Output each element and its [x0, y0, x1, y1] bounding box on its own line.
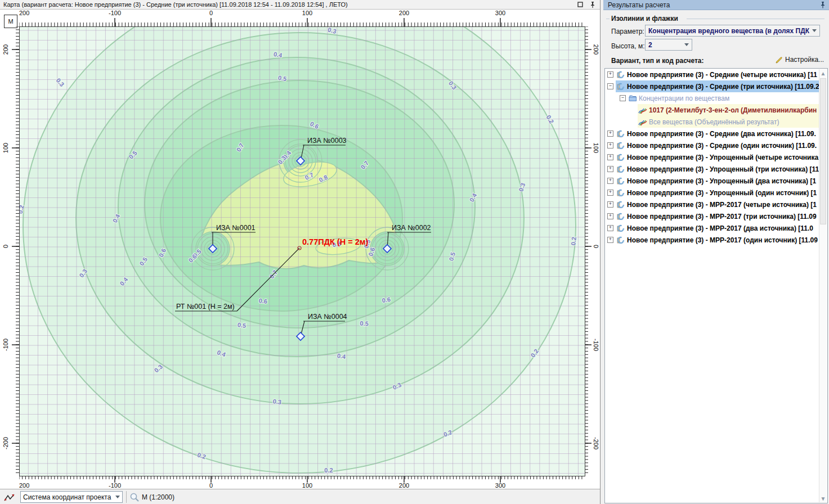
tree-item-label: Все вещества (Объединённый результат): [649, 118, 779, 126]
y-tick-label: -200: [2, 437, 9, 449]
x-tick-label: 100: [302, 482, 312, 489]
tree-item-band[interactable]: Новое предприятие (3) - Упрощенный (четы…: [616, 151, 819, 163]
app-root: Карта (вариант расчета: Новое предприяти…: [0, 0, 829, 504]
contour-map[interactable]: 0.30.20.30.40.40.50.60.50.40.30.50.60.70…: [20, 27, 585, 476]
param-label: Параметр:: [611, 28, 644, 35]
x-axis-labels-top: 200-1000100200300: [19, 10, 584, 17]
tree-scrollbar[interactable]: ▲ ▼: [819, 69, 827, 502]
tree-item-band[interactable]: Новое предприятие (3) - Средние (три ист…: [616, 80, 819, 92]
variant-icon: [616, 188, 625, 197]
tree-item[interactable]: +Новое предприятие (3) - МРР-2017 (два и…: [605, 222, 827, 234]
tree-item[interactable]: +Новое предприятие (3) - Средние (четыре…: [605, 69, 827, 80]
tree-item-band[interactable]: Новое предприятие (3) - МРР-2017 (четыре…: [616, 199, 819, 210]
expand-icon[interactable]: +: [607, 178, 613, 184]
tree-item-label: Новое предприятие (3) - МРР-2017 (три ис…: [627, 213, 817, 220]
tree-item[interactable]: +Новое предприятие (3) - МРР-2017 (четыр…: [605, 199, 827, 210]
expand-icon[interactable]: +: [607, 130, 613, 137]
x-tick-label: 200: [399, 482, 409, 489]
tree-item[interactable]: +Новое предприятие (3) - Средние (два ис…: [605, 128, 827, 140]
x-tick-label: 200: [19, 10, 29, 16]
x-tick-label: 0: [209, 10, 213, 16]
x-tick-label: 200: [19, 482, 29, 489]
coord-system-select[interactable]: Система координат проекта: [20, 491, 123, 503]
tree-item-label: Новое предприятие (3) - МРР-2017 (два ис…: [627, 224, 813, 232]
expand-icon[interactable]: +: [607, 237, 613, 243]
tree-item[interactable]: −Новое предприятие (3) - Средние (три ис…: [605, 80, 827, 92]
svg-text:0.5: 0.5: [360, 320, 369, 327]
expand-icon[interactable]: +: [607, 166, 613, 172]
tree-item-band[interactable]: Новое предприятие (3) - Средние (один ис…: [616, 140, 819, 151]
tree-item-label: Новое предприятие (3) - МРР-2017 (один и…: [627, 236, 818, 244]
variant-icon: [616, 224, 625, 233]
tree-item[interactable]: +Новое предприятие (3) - МРР-2017 (один …: [605, 234, 827, 246]
param-value: Концентрация вредного вещества (в долях …: [648, 27, 809, 35]
tree-item[interactable]: +Новое предприятие (3) - Упрощенный (три…: [605, 163, 827, 175]
expand-icon[interactable]: +: [607, 225, 613, 231]
y-tick-label: 0: [2, 245, 9, 248]
y-tick-label: 200: [593, 44, 599, 55]
y-tick-label: -200: [593, 437, 599, 449]
param-select[interactable]: Концентрация вредного вещества (в долях …: [645, 25, 820, 37]
expand-icon[interactable]: +: [607, 213, 613, 219]
scroll-thumb[interactable]: [820, 78, 826, 224]
tree-item[interactable]: −Концентрации по веществам: [605, 92, 827, 104]
tree-item[interactable]: Все вещества (Объединённый результат): [605, 116, 827, 128]
settings-link-label: Настройка...: [785, 56, 824, 64]
tree-item-band[interactable]: Новое предприятие (3) - Средние (четыре …: [616, 69, 819, 80]
height-select[interactable]: 2: [645, 39, 692, 51]
expand-icon[interactable]: +: [607, 71, 613, 78]
tree-item-label: Новое предприятие (3) - МРР-2017 (четыре…: [627, 201, 817, 209]
svg-text:0.6: 0.6: [258, 297, 267, 304]
expand-icon[interactable]: +: [607, 190, 613, 196]
y-axis-labels-right: 2001000-100-200: [591, 26, 600, 475]
tree-item-band[interactable]: Новое предприятие (3) - Упрощенный (два …: [616, 175, 819, 187]
tree-item[interactable]: +Новое предприятие (3) - МРР-2017 (три и…: [605, 210, 827, 222]
max-concentration-flag: 0.77ПДК (Н = 2м): [302, 237, 368, 246]
svg-text:0.4: 0.4: [337, 352, 347, 360]
folder-icon: [629, 94, 637, 102]
tree-item-label: Новое предприятие (3) - Упрощенный (один…: [627, 189, 817, 197]
expand-icon[interactable]: +: [607, 142, 613, 148]
map-window-title: Карта (вариант расчета: Новое предприяти…: [3, 1, 572, 8]
tree-item-band[interactable]: 1017 (2-Метилбут-3-ен-2-ол (Диметилвинил…: [638, 104, 819, 116]
tree-item[interactable]: +Новое предприятие (3) - Упрощенный (чет…: [605, 151, 827, 163]
y-tick-label: -100: [2, 339, 9, 351]
pin-icon[interactable]: [589, 1, 597, 8]
y-tick-label: 0: [593, 245, 599, 248]
source-label: ИЗА №0004: [308, 313, 347, 321]
tree-item[interactable]: +Новое предприятие (3) - Средние (один и…: [605, 140, 827, 151]
variant-icon: [616, 177, 625, 186]
tree-item[interactable]: +Новое предприятие (3) - Упрощенный (два…: [605, 175, 827, 187]
panel-pin-icon[interactable]: [820, 1, 826, 10]
results-panel-header: Результаты расчета: [603, 0, 829, 10]
tree-item-band[interactable]: Новое предприятие (3) - МРР-2017 (один и…: [616, 234, 819, 246]
scroll-down-icon[interactable]: ▼: [819, 494, 827, 502]
restore-icon[interactable]: [576, 1, 584, 8]
tree-item-label: Новое предприятие (3) - Упрощенный (четы…: [627, 154, 818, 161]
tree-item-label: Новое предприятие (3) - Средние (четыре …: [627, 71, 817, 79]
tree-item-band[interactable]: Новое предприятие (3) - МРР-2017 (три ис…: [616, 210, 819, 222]
tree-item-band[interactable]: Новое предприятие (3) - Упрощенный (три …: [616, 163, 819, 175]
collapse-icon[interactable]: −: [607, 83, 613, 89]
variant-icon: [616, 129, 625, 138]
collapse-icon[interactable]: −: [620, 95, 626, 101]
tree-item[interactable]: +Новое предприятие (3) - Упрощенный (оди…: [605, 187, 827, 199]
tree-item-band[interactable]: Новое предприятие (3) - Средние (два ист…: [616, 128, 819, 140]
x-tick-label: -100: [109, 10, 121, 16]
settings-link[interactable]: Настройка...: [776, 56, 824, 64]
scroll-up-icon[interactable]: ▲: [819, 69, 827, 77]
map-canvas[interactable]: 0.30.20.30.40.40.50.60.50.40.30.50.60.70…: [19, 26, 585, 476]
x-tick-label: 100: [302, 10, 312, 16]
tree-item[interactable]: 1017 (2-Метилбут-3-ен-2-ол (Диметилвинил…: [605, 104, 827, 116]
tree-item-band[interactable]: Все вещества (Объединённый результат): [638, 116, 819, 128]
tree-item-band[interactable]: Новое предприятие (3) - МРР-2017 (два ис…: [616, 222, 819, 234]
expand-icon[interactable]: +: [607, 201, 613, 208]
ruler-left: [11, 26, 19, 475]
group-variant-title: Вариант, тип и код расчета:: [611, 57, 704, 65]
magnifier-icon: [129, 492, 140, 502]
tree-item-band[interactable]: Концентрации по веществам: [628, 92, 819, 104]
tree-item-band[interactable]: Новое предприятие (3) - Упрощенный (один…: [616, 187, 819, 199]
expand-icon[interactable]: +: [607, 154, 613, 160]
variant-icon: [616, 236, 625, 245]
y-axis-labels-left: 2001000-100-200: [0, 26, 11, 475]
